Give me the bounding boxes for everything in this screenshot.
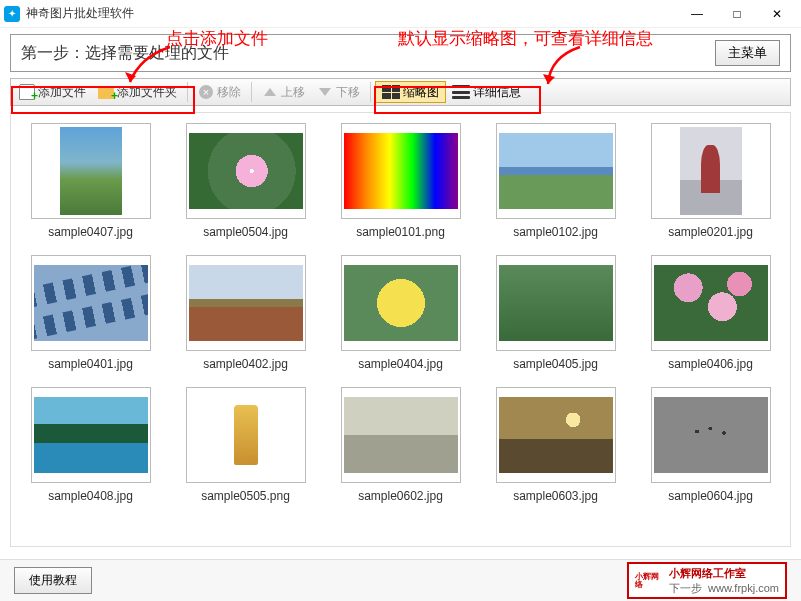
thumbnail-view-button[interactable]: 缩略图 — [375, 81, 446, 103]
thumbnail-item[interactable]: sample0404.jpg — [333, 255, 468, 371]
remove-icon: × — [198, 84, 214, 100]
thumbnail-item[interactable]: sample0505.png — [178, 387, 313, 503]
watermark-logo: 小辉网络 — [635, 568, 663, 594]
toolbar: 添加文件 添加文件夹 × 移除 上移 下移 缩略图 详细信息 — [10, 78, 791, 106]
details-view-button[interactable]: 详细信息 — [446, 81, 527, 103]
thumbnail-item[interactable]: sample0602.jpg — [333, 387, 468, 503]
thumbnail-label: sample0603.jpg — [513, 489, 598, 503]
footer-right: 小辉网络 小辉网络工作室 下一步 www.frpkj.com — [627, 562, 787, 599]
step-header: 第一步：选择需要处理的文件 主菜单 — [10, 34, 791, 72]
move-down-button[interactable]: 下移 — [311, 81, 366, 103]
thumbnail-label: sample0407.jpg — [48, 225, 133, 239]
thumbnail-item[interactable]: sample0402.jpg — [178, 255, 313, 371]
thumbnail-item[interactable]: sample0603.jpg — [488, 387, 623, 503]
thumbnail-label: sample0602.jpg — [358, 489, 443, 503]
toolbar-separator — [187, 82, 188, 102]
thumbnail-label: sample0406.jpg — [668, 357, 753, 371]
thumbnail-label: sample0404.jpg — [358, 357, 443, 371]
file-grid[interactable]: sample0407.jpgsample0504.jpgsample0101.p… — [10, 112, 791, 547]
titlebar: ✦ 神奇图片批处理软件 — □ ✕ — [0, 0, 801, 28]
thumbnail-image — [651, 387, 771, 483]
thumbnail-label: sample0405.jpg — [513, 357, 598, 371]
details-label: 详细信息 — [473, 84, 521, 101]
thumbnail-item[interactable]: sample0201.jpg — [643, 123, 778, 239]
thumbnail-icon — [382, 85, 400, 99]
thumbnail-label: sample0402.jpg — [203, 357, 288, 371]
arrow-down-icon — [317, 84, 333, 100]
add-file-button[interactable]: 添加文件 — [13, 81, 92, 103]
move-up-label: 上移 — [281, 84, 305, 101]
main-menu-button[interactable]: 主菜单 — [715, 40, 780, 66]
remove-label: 移除 — [217, 84, 241, 101]
grid-container: sample0407.jpgsample0504.jpgsample0101.p… — [23, 123, 778, 503]
app-title: 神奇图片批处理软件 — [26, 5, 677, 22]
footer: 使用教程 图片选择完成后，点击下一步 小辉网络 小辉网络工作室 下一步 www.… — [0, 559, 801, 601]
arrow-up-icon — [262, 84, 278, 100]
thumbnail-item[interactable]: sample0604.jpg — [643, 387, 778, 503]
thumbnail-label: sample0401.jpg — [48, 357, 133, 371]
thumbnail-label: sample0408.jpg — [48, 489, 133, 503]
move-down-label: 下移 — [336, 84, 360, 101]
thumbnail-item[interactable]: sample0406.jpg — [643, 255, 778, 371]
minimize-button[interactable]: — — [677, 0, 717, 28]
watermark-text: 小辉网络工作室 下一步 www.frpkj.com — [669, 566, 779, 595]
thumbnail-label: sample0505.png — [201, 489, 290, 503]
watermark-line2: 下一步 www.frpkj.com — [669, 581, 779, 595]
thumbnail-image — [341, 255, 461, 351]
add-file-icon — [19, 84, 35, 100]
list-icon — [452, 85, 470, 99]
add-folder-icon — [98, 84, 114, 100]
thumbnail-item[interactable]: sample0407.jpg — [23, 123, 158, 239]
thumbnail-label: sample0604.jpg — [668, 489, 753, 503]
thumbnail-item[interactable]: sample0504.jpg — [178, 123, 313, 239]
thumbnail-label: sample0101.png — [356, 225, 445, 239]
thumbnail-image — [651, 255, 771, 351]
add-file-label: 添加文件 — [38, 84, 86, 101]
app-icon: ✦ — [4, 6, 20, 22]
thumbnail-label: sample0504.jpg — [203, 225, 288, 239]
thumbnail-image — [31, 123, 151, 219]
thumbnail-image — [496, 123, 616, 219]
thumbnail-label: 缩略图 — [403, 84, 439, 101]
add-folder-button[interactable]: 添加文件夹 — [92, 81, 183, 103]
thumbnail-item[interactable]: sample0405.jpg — [488, 255, 623, 371]
thumbnail-image — [651, 123, 771, 219]
thumbnail-image — [496, 387, 616, 483]
thumbnail-image — [31, 255, 151, 351]
toolbar-separator — [251, 82, 252, 102]
tutorial-button[interactable]: 使用教程 — [14, 567, 92, 594]
thumbnail-image — [186, 387, 306, 483]
thumbnail-item[interactable]: sample0408.jpg — [23, 387, 158, 503]
thumbnail-label: sample0102.jpg — [513, 225, 598, 239]
thumbnail-image — [341, 123, 461, 219]
thumbnail-item[interactable]: sample0101.png — [333, 123, 468, 239]
step-title: 第一步：选择需要处理的文件 — [21, 43, 715, 64]
thumbnail-image — [341, 387, 461, 483]
remove-button[interactable]: × 移除 — [192, 81, 247, 103]
thumbnail-image — [186, 123, 306, 219]
thumbnail-item[interactable]: sample0401.jpg — [23, 255, 158, 371]
close-button[interactable]: ✕ — [757, 0, 797, 28]
add-folder-label: 添加文件夹 — [117, 84, 177, 101]
watermark: 小辉网络 小辉网络工作室 下一步 www.frpkj.com — [627, 562, 787, 599]
thumbnail-image — [496, 255, 616, 351]
watermark-line1: 小辉网络工作室 — [669, 566, 779, 580]
toolbar-separator — [370, 82, 371, 102]
thumbnail-item[interactable]: sample0102.jpg — [488, 123, 623, 239]
move-up-button[interactable]: 上移 — [256, 81, 311, 103]
thumbnail-label: sample0201.jpg — [668, 225, 753, 239]
thumbnail-image — [31, 387, 151, 483]
maximize-button[interactable]: □ — [717, 0, 757, 28]
thumbnail-image — [186, 255, 306, 351]
window-controls: — □ ✕ — [677, 0, 797, 28]
